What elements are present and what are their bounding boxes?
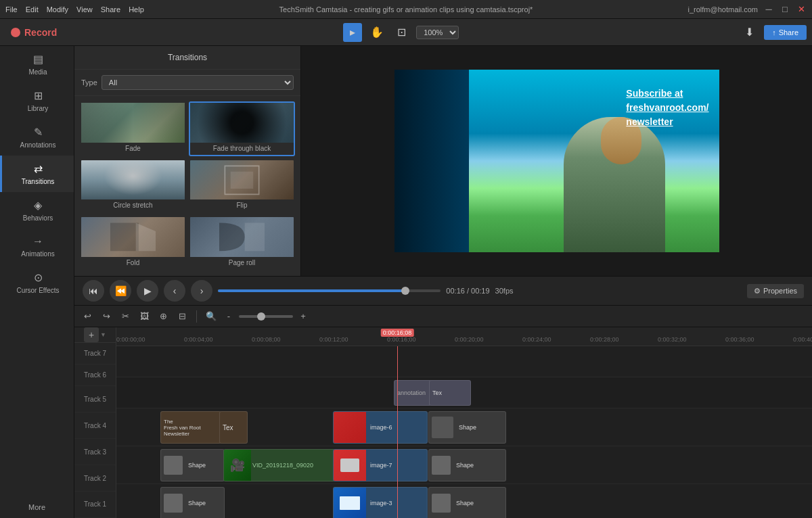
- type-filter-select[interactable]: All Basic 3D: [102, 75, 294, 90]
- track-clip-shape-4a[interactable]: Shape: [160, 449, 225, 481]
- top-content: Transitions Type All Basic 3D: [74, 46, 812, 276]
- fade-thumbnail: [81, 103, 185, 143]
- transition-fold[interactable]: Fold: [80, 216, 186, 270]
- zoom-in-button[interactable]: +: [296, 309, 311, 324]
- cut-button[interactable]: ✂: [118, 309, 133, 324]
- annotations-icon: ✎: [34, 126, 43, 139]
- menu-modify[interactable]: Modify: [47, 5, 68, 14]
- track-label-6: Track 6: [74, 364, 116, 386]
- prev-frame-button[interactable]: ‹: [164, 280, 185, 302]
- share-button[interactable]: ↑ Share: [764, 25, 807, 40]
- toolbar: Record ▸ ✋ ⊡ 100% 75% 50% 200% ⬇ ↑ Share: [0, 19, 812, 46]
- sidebar-more-button[interactable]: More: [0, 496, 74, 518]
- track-clip-shape-4b[interactable]: Shape: [428, 449, 506, 481]
- win-btn-minimize[interactable]: ─: [763, 4, 774, 15]
- tracks-area: 0:00:16;08 0:00:00;00 0:00:04;00 0:00:08…: [116, 327, 812, 518]
- transition-page-roll[interactable]: Page roll: [189, 216, 295, 270]
- transition-circle-stretch[interactable]: Circle stretch: [80, 159, 186, 214]
- track-clip-tex-5[interactable]: Tex: [219, 411, 248, 444]
- undo-button[interactable]: ↩: [80, 309, 95, 324]
- sidebar-item-annotations[interactable]: ✎ Annotations: [0, 119, 74, 156]
- sidebar-item-transitions[interactable]: ⇄ Transitions: [0, 156, 74, 192]
- track-labels: + ▼ Track 7 Track 6 Track 5 Track 4 Trac…: [74, 327, 116, 518]
- track-clip-shape-3b[interactable]: Shape: [428, 487, 506, 518]
- preview-area: Subscribe atfreshvanroot.com/newsletter: [301, 46, 812, 276]
- timeline-main: + ▼ Track 7 Track 6 Track 5 Track 4 Trac…: [74, 327, 812, 518]
- next-frame-button[interactable]: ›: [191, 280, 212, 302]
- ruler: 0:00:16;08 0:00:00;00 0:00:04;00 0:00:08…: [116, 327, 812, 346]
- sidebar-item-behaviors[interactable]: ◈ Behaviors: [0, 192, 74, 229]
- fold-label: Fold: [127, 257, 139, 269]
- sidebar-item-media[interactable]: ▤ Media: [0, 46, 74, 83]
- track-row-5: The Fresh van Root Newsletter Tex: [116, 408, 812, 446]
- menu-share[interactable]: Share: [101, 5, 120, 14]
- sidebar-item-cursor-effects[interactable]: ⊙ Cursor Effects: [0, 264, 74, 301]
- download-icon[interactable]: ⬇: [740, 23, 759, 42]
- track-clip-image-6[interactable]: image-6: [333, 411, 428, 444]
- cursor-icon: ⊙: [34, 271, 43, 284]
- select-tool[interactable]: ▸: [343, 23, 362, 42]
- play-button[interactable]: ▶: [137, 280, 158, 302]
- gear-icon: ⚙: [754, 287, 761, 296]
- zoom-fit-button[interactable]: 🔍: [204, 309, 219, 324]
- save-frame-button[interactable]: 🖼: [137, 309, 152, 324]
- sidebar-item-animations[interactable]: → Animations: [0, 229, 74, 264]
- menu-file[interactable]: File: [5, 5, 18, 14]
- library-icon: ⊞: [34, 89, 43, 102]
- track-clip-annotation[interactable]: annotation: [394, 380, 432, 406]
- user-account[interactable]: i_rolfm@hotmail.com: [688, 5, 758, 14]
- media-icon: ▤: [33, 53, 43, 66]
- hand-tool[interactable]: ✋: [367, 23, 386, 42]
- win-btn-maximize[interactable]: □: [780, 4, 790, 15]
- track-options-button[interactable]: ⊟: [175, 309, 189, 324]
- animations-icon: →: [32, 235, 43, 248]
- step-back-button[interactable]: ⏪: [110, 280, 131, 302]
- track-label-5: Track 5: [74, 386, 116, 413]
- transition-flip[interactable]: Flip: [189, 159, 295, 214]
- transitions-panel: Transitions Type All Basic 3D: [74, 46, 301, 276]
- win-btn-close[interactable]: ✕: [796, 4, 807, 15]
- track-header-add: + ▼: [74, 327, 116, 343]
- track-label-1: Track 1: [74, 492, 116, 518]
- progress-bar[interactable]: [218, 289, 441, 292]
- track-clip-image-3[interactable]: image-3: [333, 487, 428, 518]
- project-title: TechSmith Camtasia - creating gifs or an…: [279, 5, 533, 14]
- zoom-slider[interactable]: [239, 315, 293, 318]
- transition-fade-through-black[interactable]: Fade through black: [189, 101, 295, 156]
- sidebar-item-library[interactable]: ⊞ Library: [0, 83, 74, 119]
- transitions-filter: Type All Basic 3D: [74, 70, 300, 96]
- share-icon: ↑: [772, 28, 776, 37]
- preview-window: Subscribe atfreshvanroot.com/newsletter: [394, 70, 719, 252]
- tracks-container: annotation Tex The Fre: [116, 346, 812, 518]
- add-track-button[interactable]: +: [84, 327, 99, 342]
- track-clip-newsletter-text[interactable]: The Fresh van Root Newsletter: [160, 411, 221, 444]
- menu-edit[interactable]: Edit: [26, 5, 39, 14]
- zoom-out-button[interactable]: -: [221, 309, 236, 324]
- filter-label: Type: [81, 78, 97, 87]
- menu-help[interactable]: Help: [129, 5, 144, 14]
- menu-view[interactable]: View: [76, 5, 93, 14]
- track-clip-shape-3a[interactable]: Shape: [160, 487, 225, 518]
- track-clip-shape-5[interactable]: Shape: [428, 411, 506, 444]
- record-button[interactable]: Record: [5, 24, 62, 41]
- track-label-7: Track 7: [74, 343, 116, 364]
- split-button[interactable]: ⊕: [156, 309, 171, 324]
- fold-thumbnail: [81, 217, 185, 257]
- fade-through-black-label: Fade through black: [213, 143, 271, 155]
- properties-button[interactable]: ⚙ Properties: [747, 284, 804, 298]
- track-row-6: annotation Tex: [116, 377, 812, 408]
- track-clip-tex-6[interactable]: Tex: [429, 380, 471, 406]
- circle-stretch-thumbnail: [81, 160, 185, 200]
- main-area: ▤ Media ⊞ Library ✎ Annotations ⇄ Transi…: [0, 46, 812, 518]
- timeline: ↩ ↪ ✂ 🖼 ⊕ ⊟ 🔍 - + +: [74, 306, 812, 518]
- track-clip-image-7[interactable]: image-7: [333, 449, 428, 481]
- fade-through-black-thumbnail: [190, 103, 294, 143]
- track-clip-video[interactable]: 🎥 VID_20191218_09020: [223, 449, 335, 481]
- menu-bar: File Edit Modify View Share Help: [5, 5, 144, 14]
- track-row-3: Shape image-3: [116, 484, 812, 518]
- skip-to-start-button[interactable]: ⏮: [83, 280, 104, 302]
- redo-button[interactable]: ↪: [99, 309, 114, 324]
- zoom-select[interactable]: 100% 75% 50% 200%: [416, 26, 459, 39]
- transition-fade[interactable]: Fade: [80, 101, 186, 156]
- crop-tool[interactable]: ⊡: [392, 23, 411, 42]
